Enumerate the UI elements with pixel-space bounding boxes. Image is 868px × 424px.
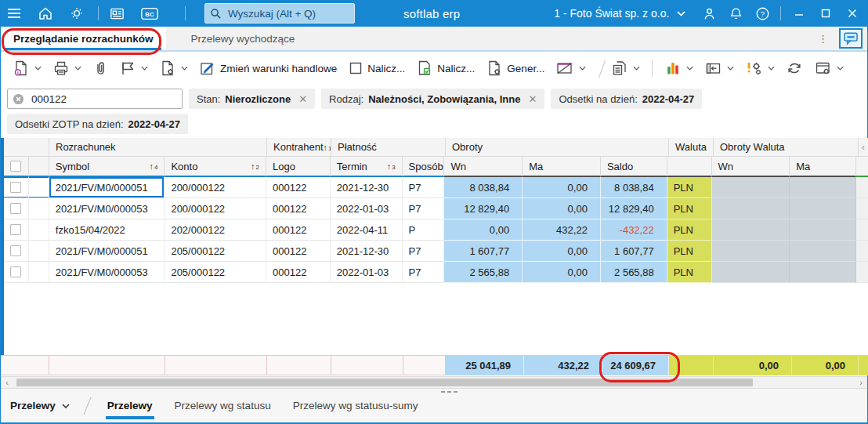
global-search-input[interactable] xyxy=(226,7,349,20)
table-row[interactable]: 2021/FV/M0/000053 200/000122 000122 2022… xyxy=(4,198,868,219)
cell-wn[interactable]: 12 829,40 xyxy=(444,198,523,219)
user-icon[interactable] xyxy=(696,0,722,27)
copy-layout-button[interactable] xyxy=(606,56,646,81)
column-header-konto[interactable]: Konto↑2 xyxy=(165,157,266,177)
cell-saldo[interactable]: 2 565,88 xyxy=(601,262,667,283)
bottom-tab-przelewy[interactable]: Przelewy xyxy=(96,389,164,422)
cell-sposob[interactable]: P7 xyxy=(403,198,445,219)
filter-chip-rodzaj[interactable]: Rodzaj:Należności, Zobowiązania, Inne ✕ xyxy=(321,89,544,109)
cell-ma[interactable]: 0,00 xyxy=(523,262,601,283)
tab-przegladanie-rozrachunkow[interactable]: Przeglądanie rozrachunków xyxy=(1,27,166,50)
filter-chip-odsetki[interactable]: Odsetki na dzień:2022-04-27 xyxy=(551,89,702,109)
flag-button[interactable] xyxy=(114,56,154,81)
cell-logo[interactable]: 000122 xyxy=(266,177,331,198)
splitter-grip[interactable] xyxy=(441,391,458,393)
print-button[interactable] xyxy=(47,56,87,81)
clear-circle-icon[interactable] xyxy=(13,93,24,105)
cell-ow-ma[interactable] xyxy=(790,241,856,262)
cell-konto[interactable]: 200/000122 xyxy=(165,198,266,219)
more-options-icon[interactable]: ⋮ xyxy=(815,32,831,45)
table-filter-input[interactable] xyxy=(30,92,177,106)
column-header-logo[interactable]: Logo xyxy=(266,157,331,177)
cell-konto[interactable]: 205/000122 xyxy=(165,241,266,262)
collapse-columns-icon[interactable]: ‹ xyxy=(862,141,865,153)
news-panel-icon[interactable] xyxy=(103,0,130,27)
cell-wn[interactable]: 8 038,84 xyxy=(444,177,523,198)
group-kontrahent[interactable]: Kontrahent↑1 xyxy=(267,138,331,157)
filter-chip-odsetki-zotp[interactable]: Odsetki ZOTP na dzień:2022-04-27 xyxy=(7,114,188,134)
side-panel-button[interactable] xyxy=(699,56,740,81)
nalicz-button-1[interactable]: Nalicz... xyxy=(342,56,410,81)
cell-termin[interactable]: 2021-12-30 xyxy=(331,177,403,198)
cell-waluta[interactable]: PLN xyxy=(667,219,712,241)
select-all-checkbox[interactable] xyxy=(10,161,21,172)
group-rozrachunek[interactable]: Rozrachunek xyxy=(49,138,267,157)
close-button[interactable] xyxy=(839,0,866,27)
row-checkbox[interactable] xyxy=(10,182,21,193)
bottom-tab-przelewy-wg-statusu[interactable]: Przelewy wg statusu xyxy=(164,389,282,422)
cell-termin[interactable]: 2021-12-30 xyxy=(331,241,403,262)
change-trade-terms-button[interactable]: Zmień warunki handlowe xyxy=(193,56,342,81)
cell-logo[interactable]: 000122 xyxy=(266,219,331,241)
tab-przelewy-wychodzace[interactable]: Przelewy wychodzące xyxy=(179,27,308,50)
column-header-saldo[interactable]: Saldo xyxy=(601,157,667,177)
cell-saldo[interactable]: 12 829,40 xyxy=(601,198,667,219)
column-header-ma[interactable]: Ma xyxy=(523,157,601,177)
cell-ow-ma[interactable] xyxy=(790,262,856,283)
cell-ow-ma[interactable] xyxy=(790,198,856,219)
table-row[interactable]: 2021/FV/M0/000053 205/000122 000122 2022… xyxy=(4,262,868,283)
cell-ow-wn[interactable] xyxy=(712,241,790,262)
cell-ow-wn[interactable] xyxy=(712,198,790,219)
cell-wn[interactable]: 2 565,88 xyxy=(444,262,523,283)
cell-konto[interactable]: 200/000122 xyxy=(165,177,266,198)
cell-ma[interactable]: 0,00 xyxy=(523,198,601,219)
remove-filter-icon[interactable]: ✕ xyxy=(298,93,307,105)
cell-konto[interactable]: 205/000122 xyxy=(165,262,266,283)
global-search[interactable] xyxy=(204,3,355,24)
table-filter-search[interactable] xyxy=(7,89,183,109)
cell-logo[interactable]: 000122 xyxy=(266,198,331,219)
cell-ma[interactable]: 0,00 xyxy=(523,241,601,262)
cell-ow-wn[interactable] xyxy=(712,262,790,283)
company-selector[interactable]: 1 - Foto Świat sp. z o.o. xyxy=(554,7,685,20)
hamburger-menu-icon[interactable] xyxy=(1,0,27,27)
chart-button[interactable] xyxy=(659,56,699,81)
cell-termin[interactable]: 2022-01-03 xyxy=(331,262,403,283)
cell-symbol[interactable]: 2021/FV/M0/000051 xyxy=(49,177,165,198)
scrollbar-thumb[interactable] xyxy=(16,379,753,386)
generate-button[interactable]: Gener... xyxy=(480,56,550,81)
group-obroty[interactable]: Obroty xyxy=(446,138,669,157)
column-header-symbol[interactable]: Symbol↑4 xyxy=(49,157,165,177)
cell-ma[interactable]: 0,00 xyxy=(523,177,601,198)
column-header-termin[interactable]: Termin↑3 xyxy=(331,157,403,177)
document-actions-button[interactable] xyxy=(154,56,193,81)
column-header-wn[interactable]: Wn xyxy=(444,157,523,177)
row-checkbox[interactable] xyxy=(10,266,21,277)
cell-symbol[interactable]: fzko15/04/2022 xyxy=(49,219,165,241)
table-row[interactable]: 2021/FV/M0/000051 205/000122 000122 2021… xyxy=(4,241,868,262)
scroll-left-icon[interactable]: ‹ xyxy=(1,377,13,388)
group-waluta[interactable]: Waluta xyxy=(669,138,714,157)
window-settings-button[interactable] xyxy=(808,56,849,81)
cell-saldo[interactable]: 1 607,77 xyxy=(601,241,667,262)
cell-ow-ma[interactable] xyxy=(790,177,856,198)
cell-konto[interactable]: 202/000122 xyxy=(165,219,266,241)
home-icon[interactable] xyxy=(32,0,59,27)
cell-termin[interactable]: 2022-04-11 xyxy=(331,219,403,241)
cell-ow-wn[interactable] xyxy=(712,177,790,198)
column-header-ow-ma[interactable]: Ma xyxy=(790,157,856,177)
cell-wn[interactable]: 1 607,77 xyxy=(444,241,523,262)
horizontal-scrollbar[interactable]: ‹ › xyxy=(1,376,867,389)
bc-module-icon[interactable]: BC xyxy=(136,0,163,27)
attachments-button[interactable] xyxy=(87,56,114,81)
ideas-icon[interactable] xyxy=(63,0,90,27)
cell-sposob[interactable]: P7 xyxy=(403,241,445,262)
cell-waluta[interactable]: PLN xyxy=(667,177,712,198)
cell-waluta[interactable]: PLN xyxy=(667,262,712,283)
send-options-button[interactable] xyxy=(550,56,591,81)
minimize-button[interactable] xyxy=(786,0,812,27)
refresh-button[interactable] xyxy=(780,56,808,81)
cell-sposob[interactable]: P xyxy=(403,219,445,241)
table-row[interactable]: fzko15/04/2022 202/000122 000122 2022-04… xyxy=(4,219,868,241)
remove-filter-icon[interactable]: ✕ xyxy=(528,93,537,105)
